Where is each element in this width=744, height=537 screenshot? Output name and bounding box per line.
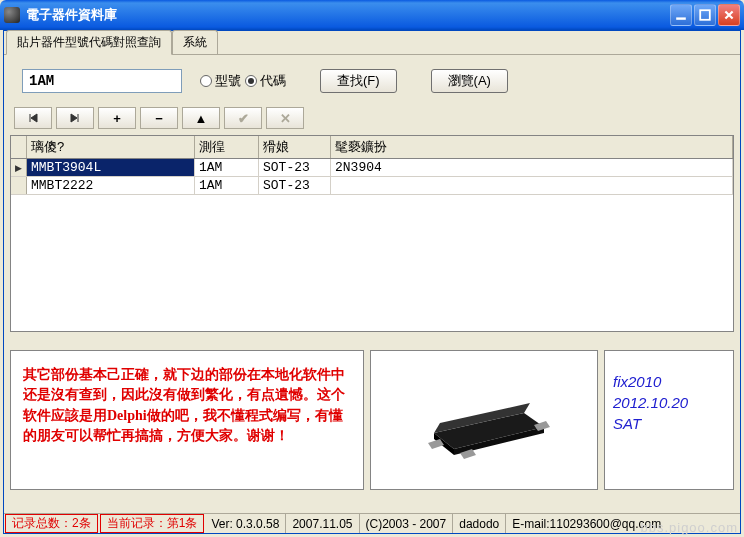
grid-header-selector <box>11 136 27 158</box>
tabs: 貼片器件型號代碼對照查詢 系統 <box>4 31 740 55</box>
row-indicator-icon <box>11 177 27 194</box>
svg-rect-1 <box>700 10 710 20</box>
table-row[interactable]: MMBT2222 1AM SOT-23 <box>11 177 733 195</box>
date-box: fix2010 2012.10.20 SAT <box>604 350 734 490</box>
row-indicator-icon <box>11 159 27 176</box>
nav-delete-button[interactable]: − <box>140 107 178 129</box>
search-input[interactable] <box>22 69 182 93</box>
status-current: 当前记录：第1条 <box>100 514 205 533</box>
grid-header: 璃傻? 測徨 猾娘 髦褻鑛扮 <box>11 136 733 159</box>
radio-icon <box>245 75 257 87</box>
tab-system[interactable]: 系統 <box>172 30 218 54</box>
note-box: 其它部份基本己正確，就下边的部份在本地化软件中还是沒有查到，因此沒有做到繁化，有… <box>10 350 364 490</box>
grid-body[interactable]: MMBT3904L 1AM SOT-23 2N3904 MMBT2222 1AM… <box>11 159 733 331</box>
nav-add-button[interactable]: + <box>98 107 136 129</box>
nav-post-button[interactable]: ✔ <box>224 107 262 129</box>
col-header[interactable]: 猾娘 <box>259 136 331 158</box>
tab-lookup[interactable]: 貼片器件型號代碼對照查詢 <box>6 30 172 55</box>
data-grid: 璃傻? 測徨 猾娘 髦褻鑛扮 MMBT3904L 1AM SOT-23 2N39… <box>10 135 734 332</box>
status-total: 记录总数：2条 <box>5 514 98 533</box>
svg-rect-0 <box>676 17 686 19</box>
status-author: dadodo <box>453 514 506 533</box>
window-buttons <box>670 4 740 26</box>
watermark: bbs.pigoo.com <box>640 520 738 535</box>
status-copyright: (C)2003 - 2007 <box>360 514 454 533</box>
browse-button[interactable]: 瀏覽(A) <box>431 69 508 93</box>
nav-first-button[interactable] <box>14 107 52 129</box>
col-header[interactable]: 髦褻鑛扮 <box>331 136 733 158</box>
table-row[interactable]: MMBT3904L 1AM SOT-23 2N3904 <box>11 159 733 177</box>
col-header[interactable]: 測徨 <box>195 136 259 158</box>
radio-icon <box>200 75 212 87</box>
minimize-button[interactable] <box>670 4 692 26</box>
nav-edit-button[interactable]: ▲ <box>182 107 220 129</box>
sot23-icon <box>404 375 564 465</box>
status-version: Ver: 0.3.0.58 <box>205 514 286 533</box>
component-image <box>370 350 598 490</box>
find-button[interactable]: 查找(F) <box>320 69 397 93</box>
app-icon <box>4 7 20 23</box>
nav-cancel-button[interactable]: ✕ <box>266 107 304 129</box>
titlebar: 電子器件資料庫 <box>0 0 744 30</box>
nav-toolbar: + − ▲ ✔ ✕ <box>4 103 740 135</box>
search-row: 型號 代碼 查找(F) 瀏覽(A) <box>4 55 740 103</box>
maximize-button[interactable] <box>694 4 716 26</box>
nav-last-button[interactable] <box>56 107 94 129</box>
statusbar: 记录总数：2条 当前记录：第1条 Ver: 0.3.0.58 2007.11.0… <box>4 513 740 533</box>
window-title: 電子器件資料庫 <box>26 6 670 24</box>
client-area: 貼片器件型號代碼對照查詢 系統 型號 代碼 查找(F) 瀏覽(A) + − ▲ … <box>3 30 741 534</box>
radio-model[interactable]: 型號 <box>200 72 241 90</box>
col-header[interactable]: 璃傻? <box>27 136 195 158</box>
bottom-pane: 其它部份基本己正確，就下边的部份在本地化软件中还是沒有查到，因此沒有做到繁化，有… <box>10 350 734 490</box>
radio-code[interactable]: 代碼 <box>245 72 286 90</box>
radio-group: 型號 代碼 <box>200 72 286 90</box>
status-date: 2007.11.05 <box>286 514 359 533</box>
close-button[interactable] <box>718 4 740 26</box>
